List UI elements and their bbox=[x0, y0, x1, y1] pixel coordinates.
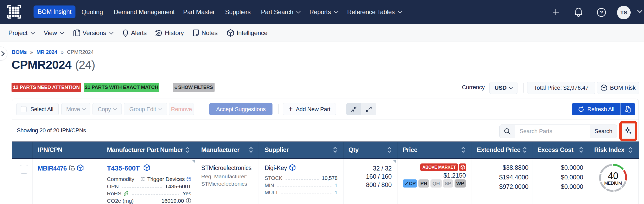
svg-text:?: ? bbox=[600, 9, 603, 15]
svg-text:MEDIUM: MEDIUM bbox=[604, 181, 622, 186]
svg-text:40: 40 bbox=[608, 171, 618, 181]
